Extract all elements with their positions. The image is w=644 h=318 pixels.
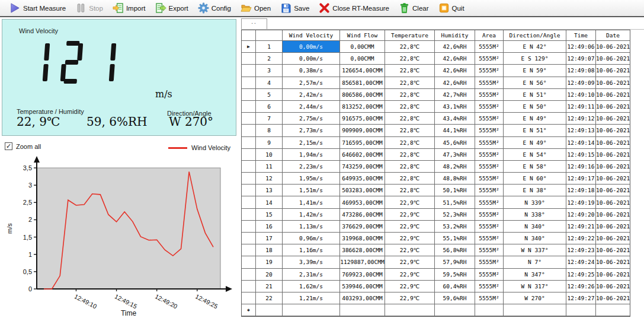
table-cell[interactable]: N 339° [504,196,566,208]
table-cell[interactable]: 403293,00CMM [340,292,385,304]
table-cell[interactable]: 22,9℃ [385,244,435,256]
row-marker-cell[interactable] [242,292,256,304]
table-cell[interactable]: 22,8℃ [385,161,435,173]
table-cell[interactable]: 5555M² [475,161,504,173]
row-number-cell[interactable]: 21 [256,281,283,292]
table-tab[interactable]: .. [241,18,267,29]
table-cell[interactable]: 22,8℃ [385,53,435,65]
table-cell[interactable]: 12:49:22 [566,233,596,244]
table-cell[interactable]: 22,8℃ [385,65,435,77]
table-cell[interactable]: 10-06-2021 [596,244,630,256]
row-number-cell[interactable]: 12 [256,173,283,185]
table-cell[interactable]: 5555M² [475,209,504,221]
table-cell[interactable]: 22,9℃ [385,221,435,233]
table-cell[interactable]: 22,9℃ [385,292,435,304]
row-number-cell[interactable]: 11 [256,161,283,173]
row-marker-cell[interactable] [242,161,256,173]
table-cell[interactable]: 5555M² [475,77,504,89]
table-cell[interactable] [566,304,596,316]
table-cell[interactable]: 22,9℃ [385,209,435,221]
table-cell[interactable]: 1129887,00CMM [340,256,385,268]
table-cell[interactable]: 5555M² [475,53,504,65]
table-cell[interactable]: 10-06-2021 [596,161,630,173]
table-cell[interactable]: 22,8℃ [385,125,435,136]
table-cell[interactable]: 5555M² [475,233,504,244]
row-number-cell[interactable]: 10 [256,149,283,161]
table-cell[interactable]: 12:49:21 [566,221,596,233]
table-cell[interactable]: 12:49:23 [566,244,596,256]
row-number-cell[interactable]: 18 [256,244,283,256]
table-cell[interactable] [596,304,630,316]
table-cell[interactable]: 42,6%RH [435,53,475,65]
row-number-cell[interactable]: 14 [256,196,283,208]
stop-button[interactable]: Stop [75,2,103,14]
table-cell[interactable]: 716595,00CMM [340,137,385,149]
row-marker-cell[interactable] [242,185,256,196]
table-cell[interactable]: 473286,00CMM [340,209,385,221]
table-cell[interactable]: 10-06-2021 [596,53,630,65]
table-cell[interactable]: 5555M² [475,256,504,268]
table-cell[interactable]: 5555M² [475,173,504,185]
table-cell[interactable]: 3,39m/s [283,256,340,268]
table-cell[interactable]: 2,42m/s [283,89,340,101]
row-number-cell[interactable]: 17 [256,233,283,244]
clear-button[interactable]: Clear [399,2,428,14]
table-cell[interactable]: 45,6%RH [435,137,475,149]
table-cell[interactable]: 5555M² [475,149,504,161]
table-cell[interactable]: 60,4%RH [435,281,475,292]
row-number-cell[interactable]: 2 [256,53,283,65]
table-cell[interactable]: 10-06-2021 [596,137,630,149]
table-cell[interactable]: 12:49:20 [566,209,596,221]
table-cell[interactable]: W N 317° [504,281,566,292]
table-cell[interactable]: N 7° [504,256,566,268]
row-marker-cell[interactable] [242,209,256,221]
table-cell[interactable]: 1,62m/s [283,281,340,292]
table-cell[interactable]: 649935,00CMM [340,173,385,185]
row-number-cell[interactable]: 13 [256,185,283,196]
table-cell[interactable]: 1,13m/s [283,221,340,233]
table-cell[interactable]: W N 337° [504,244,566,256]
table-cell[interactable]: 5555M² [475,89,504,101]
row-number-cell[interactable]: 1 [256,41,283,53]
column-header[interactable]: Humidity [435,30,475,41]
row-marker-cell[interactable] [242,196,256,208]
table-cell[interactable]: 12:49:26 [566,281,596,292]
table-cell[interactable]: 22,8℃ [385,149,435,161]
close-rt-measure-button[interactable]: Close RT-Measure [319,2,389,14]
table-cell[interactable]: 22,9℃ [385,233,435,244]
table-cell[interactable]: 57,9%RH [435,256,475,268]
row-number-cell[interactable]: 3 [256,65,283,77]
table-cell[interactable]: 10-06-2021 [596,256,630,268]
table-cell[interactable]: 646602,00CMM [340,149,385,161]
table-cell[interactable]: 5555M² [475,137,504,149]
table-cell[interactable]: 22,8℃ [385,89,435,101]
row-marker-cell[interactable] [242,149,256,161]
config-button[interactable]: Config [198,2,231,14]
table-cell[interactable]: 22,9℃ [385,281,435,292]
table-cell[interactable]: 22,8℃ [385,137,435,149]
table-cell[interactable]: 56,8%RH [435,244,475,256]
table-cell[interactable]: 12:49:27 [566,292,596,304]
table-cell[interactable]: 22,8℃ [385,41,435,53]
table-cell[interactable] [504,304,566,316]
table-cell[interactable]: 856581,00CMM [340,77,385,89]
table-cell[interactable] [385,304,435,316]
row-number-cell[interactable]: 6 [256,101,283,113]
export-button[interactable]: Export [155,2,188,14]
table-cell[interactable]: 10-06-2021 [596,125,630,136]
table-cell[interactable]: N 338° [504,209,566,221]
table-cell[interactable]: 1,51m/s [283,185,340,196]
column-header[interactable]: Temperature [385,30,435,41]
table-cell[interactable]: 22,9℃ [385,269,435,281]
table-cell[interactable]: 2,23m/s [283,161,340,173]
table-cell[interactable]: 42,6%RH [435,41,475,53]
table-cell[interactable]: 42,7%RH [435,89,475,101]
column-header[interactable]: Wind Flow [340,30,385,41]
table-cell[interactable]: E S 129° [504,53,566,65]
table-cell[interactable] [340,304,385,316]
table-cell[interactable]: 52,3%RH [435,209,475,221]
table-cell[interactable]: 5555M² [475,244,504,256]
table-cell[interactable]: 2,31m/s [283,269,340,281]
table-cell[interactable]: N 347° [504,269,566,281]
table-cell[interactable]: 42,6%RH [435,65,475,77]
